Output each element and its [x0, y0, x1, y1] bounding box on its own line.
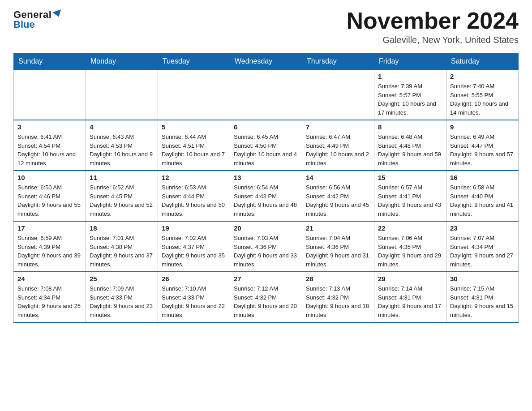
- day-number: 16: [450, 174, 515, 181]
- weekday-header-wednesday: Wednesday: [230, 54, 302, 70]
- day-number: 27: [234, 275, 298, 283]
- day-info: Sunrise: 7:13 AM Sunset: 4:32 PM Dayligh…: [306, 284, 370, 319]
- calendar-cell: 25Sunrise: 7:09 AM Sunset: 4:33 PM Dayli…: [86, 272, 158, 322]
- day-number: 15: [378, 174, 442, 181]
- day-info: Sunrise: 7:40 AM Sunset: 5:55 PM Dayligh…: [450, 82, 515, 117]
- day-info: Sunrise: 7:04 AM Sunset: 4:36 PM Dayligh…: [306, 234, 370, 269]
- calendar-cell: [86, 69, 158, 120]
- day-info: Sunrise: 6:56 AM Sunset: 4:42 PM Dayligh…: [306, 183, 370, 218]
- day-info: Sunrise: 6:48 AM Sunset: 4:48 PM Dayligh…: [378, 133, 442, 167]
- day-info: Sunrise: 6:44 AM Sunset: 4:51 PM Dayligh…: [162, 133, 226, 167]
- calendar-cell: 27Sunrise: 7:12 AM Sunset: 4:32 PM Dayli…: [230, 272, 302, 322]
- day-info: Sunrise: 6:52 AM Sunset: 4:45 PM Dayligh…: [90, 183, 154, 218]
- calendar-cell: 14Sunrise: 6:56 AM Sunset: 4:42 PM Dayli…: [302, 171, 374, 221]
- page-header: General Blue November 2024 Galeville, Ne…: [13, 9, 519, 45]
- calendar-cell: 26Sunrise: 7:10 AM Sunset: 4:33 PM Dayli…: [158, 272, 230, 322]
- day-number: 17: [17, 224, 82, 232]
- title-block: November 2024 Galeville, New York, Unite…: [347, 9, 519, 45]
- day-info: Sunrise: 7:12 AM Sunset: 4:32 PM Dayligh…: [234, 284, 298, 319]
- calendar-cell: 8Sunrise: 6:48 AM Sunset: 4:48 PM Daylig…: [374, 120, 446, 171]
- calendar-cell: 4Sunrise: 6:43 AM Sunset: 4:53 PM Daylig…: [86, 120, 158, 171]
- calendar-table: SundayMondayTuesdayWednesdayThursdayFrid…: [13, 53, 519, 323]
- day-info: Sunrise: 7:08 AM Sunset: 4:34 PM Dayligh…: [17, 284, 82, 319]
- day-number: 10: [17, 174, 82, 181]
- day-number: 18: [90, 224, 154, 232]
- day-number: 23: [450, 224, 515, 232]
- day-info: Sunrise: 6:54 AM Sunset: 4:43 PM Dayligh…: [234, 183, 298, 218]
- day-number: 1: [378, 73, 442, 80]
- weekday-header-monday: Monday: [86, 54, 158, 70]
- calendar-cell: 29Sunrise: 7:14 AM Sunset: 4:31 PM Dayli…: [374, 272, 446, 322]
- calendar-cell: 15Sunrise: 6:57 AM Sunset: 4:41 PM Dayli…: [374, 171, 446, 221]
- day-number: 26: [162, 275, 226, 283]
- day-number: 9: [450, 123, 515, 131]
- day-number: 4: [90, 123, 154, 131]
- calendar-cell: 12Sunrise: 6:53 AM Sunset: 4:44 PM Dayli…: [158, 171, 230, 221]
- day-info: Sunrise: 6:53 AM Sunset: 4:44 PM Dayligh…: [162, 183, 226, 218]
- day-info: Sunrise: 6:50 AM Sunset: 4:46 PM Dayligh…: [17, 183, 82, 218]
- calendar-cell: 19Sunrise: 7:02 AM Sunset: 4:37 PM Dayli…: [158, 221, 230, 272]
- calendar-header: SundayMondayTuesdayWednesdayThursdayFrid…: [14, 54, 519, 70]
- day-number: 5: [162, 123, 226, 131]
- weekday-header-saturday: Saturday: [446, 54, 519, 70]
- day-number: 7: [306, 123, 370, 131]
- weekday-row: SundayMondayTuesdayWednesdayThursdayFrid…: [14, 54, 519, 70]
- day-number: 28: [306, 275, 370, 283]
- calendar-cell: 13Sunrise: 6:54 AM Sunset: 4:43 PM Dayli…: [230, 171, 302, 221]
- day-info: Sunrise: 7:10 AM Sunset: 4:33 PM Dayligh…: [162, 284, 226, 319]
- day-info: Sunrise: 7:09 AM Sunset: 4:33 PM Dayligh…: [90, 284, 154, 319]
- calendar-cell: 9Sunrise: 6:49 AM Sunset: 4:47 PM Daylig…: [446, 120, 519, 171]
- day-number: 29: [378, 275, 442, 283]
- logo-blue-text: Blue: [13, 19, 35, 30]
- week-row-3: 10Sunrise: 6:50 AM Sunset: 4:46 PM Dayli…: [14, 171, 519, 221]
- day-info: Sunrise: 7:01 AM Sunset: 4:38 PM Dayligh…: [90, 234, 154, 269]
- day-info: Sunrise: 6:49 AM Sunset: 4:47 PM Dayligh…: [450, 133, 515, 167]
- weekday-header-friday: Friday: [374, 54, 446, 70]
- calendar-cell: 30Sunrise: 7:15 AM Sunset: 4:31 PM Dayli…: [446, 272, 519, 322]
- calendar-cell: 10Sunrise: 6:50 AM Sunset: 4:46 PM Dayli…: [14, 171, 86, 221]
- month-title: November 2024: [347, 9, 519, 32]
- day-number: 13: [234, 174, 298, 181]
- day-number: 3: [17, 123, 82, 131]
- day-info: Sunrise: 6:41 AM Sunset: 4:54 PM Dayligh…: [17, 133, 82, 167]
- calendar-cell: 11Sunrise: 6:52 AM Sunset: 4:45 PM Dayli…: [86, 171, 158, 221]
- day-number: 11: [90, 174, 154, 181]
- calendar-cell: 23Sunrise: 7:07 AM Sunset: 4:34 PM Dayli…: [446, 221, 519, 272]
- day-info: Sunrise: 7:03 AM Sunset: 4:36 PM Dayligh…: [234, 234, 298, 269]
- calendar-cell: [14, 69, 86, 120]
- calendar-cell: 28Sunrise: 7:13 AM Sunset: 4:32 PM Dayli…: [302, 272, 374, 322]
- weekday-header-sunday: Sunday: [14, 54, 86, 70]
- day-info: Sunrise: 7:14 AM Sunset: 4:31 PM Dayligh…: [378, 284, 442, 319]
- day-info: Sunrise: 7:15 AM Sunset: 4:31 PM Dayligh…: [450, 284, 515, 319]
- calendar-cell: [158, 69, 230, 120]
- calendar-cell: [230, 69, 302, 120]
- calendar-cell: 16Sunrise: 6:58 AM Sunset: 4:40 PM Dayli…: [446, 171, 519, 221]
- day-number: 20: [234, 224, 298, 232]
- day-number: 30: [450, 275, 515, 283]
- logo: General Blue: [13, 9, 62, 30]
- week-row-5: 24Sunrise: 7:08 AM Sunset: 4:34 PM Dayli…: [14, 272, 519, 322]
- day-number: 8: [378, 123, 442, 131]
- calendar-cell: 20Sunrise: 7:03 AM Sunset: 4:36 PM Dayli…: [230, 221, 302, 272]
- calendar-cell: 21Sunrise: 7:04 AM Sunset: 4:36 PM Dayli…: [302, 221, 374, 272]
- day-number: 25: [90, 275, 154, 283]
- day-info: Sunrise: 6:43 AM Sunset: 4:53 PM Dayligh…: [90, 133, 154, 167]
- calendar-cell: 6Sunrise: 6:45 AM Sunset: 4:50 PM Daylig…: [230, 120, 302, 171]
- calendar-cell: 5Sunrise: 6:44 AM Sunset: 4:51 PM Daylig…: [158, 120, 230, 171]
- day-number: 24: [17, 275, 82, 283]
- calendar-cell: 18Sunrise: 7:01 AM Sunset: 4:38 PM Dayli…: [86, 221, 158, 272]
- day-number: 21: [306, 224, 370, 232]
- day-info: Sunrise: 7:02 AM Sunset: 4:37 PM Dayligh…: [162, 234, 226, 269]
- day-number: 2: [450, 73, 515, 80]
- calendar-cell: 1Sunrise: 7:39 AM Sunset: 5:57 PM Daylig…: [374, 69, 446, 120]
- day-info: Sunrise: 6:59 AM Sunset: 4:39 PM Dayligh…: [17, 234, 82, 269]
- day-info: Sunrise: 6:57 AM Sunset: 4:41 PM Dayligh…: [378, 183, 442, 218]
- week-row-1: 1Sunrise: 7:39 AM Sunset: 5:57 PM Daylig…: [14, 69, 519, 120]
- calendar-cell: 24Sunrise: 7:08 AM Sunset: 4:34 PM Dayli…: [14, 272, 86, 322]
- location-text: Galeville, New York, United States: [347, 35, 519, 45]
- day-info: Sunrise: 6:47 AM Sunset: 4:49 PM Dayligh…: [306, 133, 370, 167]
- calendar-cell: 7Sunrise: 6:47 AM Sunset: 4:49 PM Daylig…: [302, 120, 374, 171]
- calendar-cell: 22Sunrise: 7:06 AM Sunset: 4:35 PM Dayli…: [374, 221, 446, 272]
- weekday-header-tuesday: Tuesday: [158, 54, 230, 70]
- day-info: Sunrise: 7:39 AM Sunset: 5:57 PM Dayligh…: [378, 82, 442, 117]
